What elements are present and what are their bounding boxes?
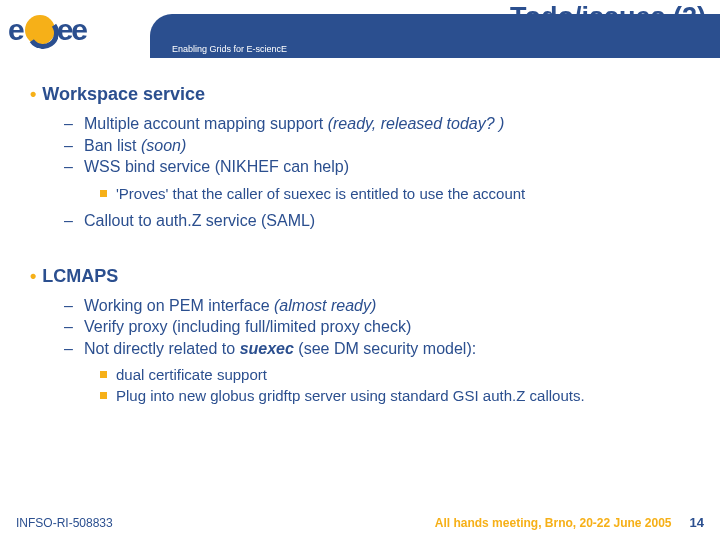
dash-list: Multiple account mapping support (ready,… — [30, 113, 696, 178]
logo-letters-ee: ee — [57, 13, 86, 47]
heading-text: Workspace service — [42, 84, 205, 104]
dash-list: Working on PEM interface (almost ready) … — [30, 295, 696, 360]
list-item: dual certificate support — [100, 365, 696, 385]
header-blue-bar: Enabling Grids for E-sciencE — [150, 14, 720, 58]
slide-footer: INFSO-RI-508833 All hands meeting, Brno,… — [0, 515, 720, 530]
list-item: WSS bind service (NIKHEF can help) — [64, 156, 696, 178]
section-heading: •LCMAPS — [30, 266, 696, 287]
bullet-icon: • — [30, 84, 36, 104]
footer-meeting: All hands meeting, Brno, 20-22 June 2005 — [113, 516, 690, 530]
heading-text: LCMAPS — [42, 266, 118, 286]
title-bar: Todo/issues (2) Enabling Grids for E-sci… — [150, 0, 720, 60]
list-item: Multiple account mapping support (ready,… — [64, 113, 696, 135]
slide-content: •Workspace service Multiple account mapp… — [0, 60, 720, 406]
list-item: Verify proxy (including full/limited pro… — [64, 316, 696, 338]
section-heading: •Workspace service — [30, 84, 696, 105]
tagline: Enabling Grids for E-sciencE — [172, 44, 287, 54]
slide-header: e ee Todo/issues (2) Enabling Grids for … — [0, 0, 720, 60]
list-item: Ban list (soon) — [64, 135, 696, 157]
logo-letter-g-icon — [25, 15, 55, 45]
footer-id: INFSO-RI-508833 — [16, 516, 113, 530]
list-item: Plug into new globus gridftp server usin… — [100, 386, 696, 406]
logo-letter-e: e — [8, 13, 23, 47]
square-list: dual certificate support Plug into new g… — [30, 365, 696, 406]
square-list: 'Proves' that the caller of suexec is en… — [30, 184, 696, 204]
list-item: Not directly related to suexec (see DM s… — [64, 338, 696, 360]
slide-number: 14 — [690, 515, 704, 530]
list-item: Working on PEM interface (almost ready) — [64, 295, 696, 317]
dash-list: Callout to auth.Z service (SAML) — [30, 210, 696, 232]
bullet-icon: • — [30, 266, 36, 286]
list-item: 'Proves' that the caller of suexec is en… — [100, 184, 696, 204]
logo: e ee — [0, 0, 150, 60]
list-item: Callout to auth.Z service (SAML) — [64, 210, 696, 232]
